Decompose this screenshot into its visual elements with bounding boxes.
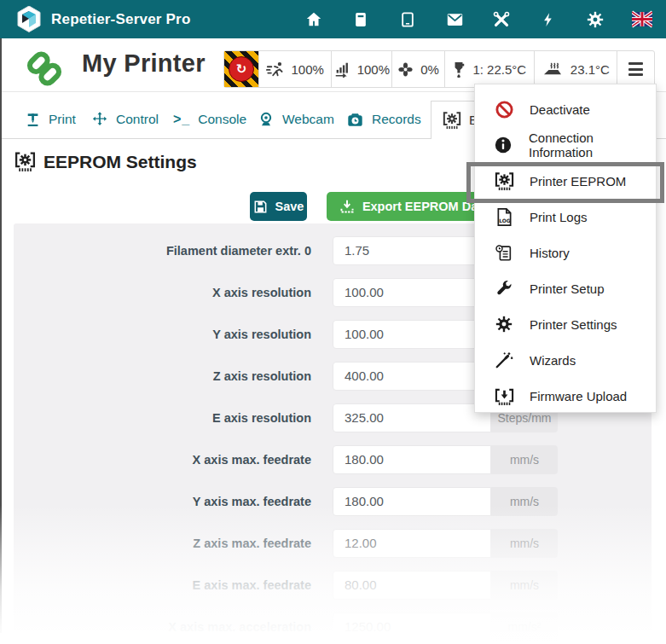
field-label-z-axis-resolution: Z axis resolution (14, 362, 311, 391)
menu-item-label: Connection Information (529, 131, 656, 160)
printer-dropdown-menu: Deactivate Connection Information (474, 84, 657, 413)
speed-runner-icon (265, 61, 284, 78)
menu-item-label: Printer EEPROM (530, 174, 626, 189)
menu-item-printer-settings[interactable]: Printer Settings (475, 306, 656, 342)
field-input-e-axis-resolution[interactable]: 325.00 (333, 403, 491, 432)
mail-icon[interactable] (444, 9, 465, 30)
field-unit: mm/s² (491, 612, 558, 641)
menu-item-label: Printer Settings (530, 317, 617, 332)
menu-item-label: History (530, 246, 570, 260)
emergency-stop-button[interactable]: ↻ (224, 51, 258, 87)
heated-bed-icon (541, 61, 564, 78)
menu-item-printer-setup[interactable]: Printer Setup (475, 270, 656, 306)
bed-temperature[interactable]: 23.1°C (534, 51, 617, 87)
floppy-save-icon (253, 200, 268, 214)
field-input-filament-diameter-extr-0[interactable]: 1.75 (333, 236, 491, 265)
tab-label: Records (372, 112, 421, 127)
fan-status[interactable]: 0% (391, 51, 444, 87)
field-input-y-axis-max-feedrate[interactable]: 180.00 (333, 487, 491, 516)
field-label-y-axis-resolution: Y axis resolution (14, 320, 311, 349)
reset-arrow-icon: ↻ (229, 56, 254, 82)
tab-label: Console (198, 112, 246, 127)
save-label: Save (275, 200, 304, 213)
printer-menu-button[interactable] (617, 51, 654, 87)
repetier-logo[interactable] (17, 6, 41, 32)
flag-en-icon[interactable] (632, 9, 652, 30)
field-label-y-axis-max-feedrate: Y axis max. feedrate (14, 487, 311, 516)
field-unit: mm/s (491, 571, 558, 600)
menu-item-label: Wizards (530, 353, 576, 368)
extruder-temp-value: 1: 22.5°C (472, 62, 526, 77)
printer-box-icon[interactable] (350, 9, 371, 30)
tab-console[interactable]: >_ Console (173, 101, 246, 138)
field-input-x-axis-resolution[interactable]: 100.00 (333, 278, 491, 307)
printer-icon (26, 112, 41, 128)
field-unit: mm/s (491, 487, 558, 516)
tablet-icon[interactable] (397, 9, 418, 30)
field-unit: mm/s (491, 529, 558, 558)
field-label-x-axis-resolution: X axis resolution (14, 278, 311, 307)
menu-item-label: Deactivate (530, 102, 590, 117)
field-input-e-axis-max-feedrate[interactable]: 80.00 (333, 571, 491, 600)
menu-item-wizards[interactable]: Wizards (475, 342, 656, 378)
menu-item-firmware-upload[interactable]: Firmware Upload (475, 378, 656, 414)
tab-webcam[interactable]: Webcam (258, 101, 334, 138)
field-input-x-axis-max-acceleration[interactable]: 1250.00 (333, 612, 491, 641)
move-arrows-icon (91, 111, 108, 128)
tab-records[interactable]: Records (346, 101, 421, 138)
field-label-z-axis-max-feedrate: Z axis max. feedrate (14, 529, 311, 558)
app-title: Repetier-Server Pro (51, 11, 190, 28)
magic-wand-icon (493, 351, 515, 369)
hamburger-icon (628, 62, 643, 76)
bolt-icon[interactable] (538, 9, 559, 30)
menu-item-deactivate[interactable]: Deactivate (475, 91, 656, 127)
menu-item-label: Print Logs (530, 210, 588, 224)
field-input-y-axis-resolution[interactable]: 100.00 (333, 320, 491, 349)
field-input-z-axis-resolution[interactable]: 400.00 (333, 362, 491, 391)
tab-control[interactable]: Control (91, 101, 159, 138)
menu-item-print-logs[interactable]: LOG Print Logs (475, 199, 656, 235)
tab-print[interactable]: Print (26, 101, 76, 138)
firmware-upload-icon (493, 386, 515, 406)
eeprom-row: E axis max. feedrate 80.00 mm/s (14, 571, 652, 600)
save-button[interactable]: Save (250, 192, 307, 221)
wrench-icon (493, 279, 515, 298)
printer-link-icon (24, 49, 65, 88)
eeprom-row: Z axis max. feedrate 12.00 mm/s (14, 529, 652, 558)
download-icon (339, 199, 355, 214)
field-label-x-axis-max-feedrate: X axis max. feedrate (14, 445, 311, 474)
page-title: EEPROM Settings (14, 151, 197, 172)
fan-value: 0% (420, 62, 439, 77)
menu-item-printer-eeprom[interactable]: Printer EEPROM (475, 163, 656, 199)
field-input-x-axis-max-feedrate[interactable]: 180.00 (333, 445, 491, 474)
log-file-icon: LOG (493, 207, 515, 227)
menu-item-connection-information[interactable]: Connection Information (475, 127, 656, 163)
eeprom-row: X axis max. acceleration 1250.00 mm/s² (14, 612, 652, 641)
tab-label: Webcam (282, 112, 334, 127)
eeprom-chip-icon (493, 171, 515, 191)
bed-temp-value: 23.1°C (570, 62, 610, 77)
eeprom-row: Y axis max. feedrate 180.00 mm/s (14, 487, 652, 516)
flow-bars-icon (333, 61, 350, 78)
flow-multiplier[interactable]: 100% (331, 51, 392, 87)
menu-item-history[interactable]: History (475, 235, 656, 270)
video-camera-icon (346, 112, 364, 128)
flow-value: 100% (357, 62, 390, 77)
export-label: Export EEPROM Data (362, 200, 489, 213)
svg-text:LOG: LOG (499, 218, 511, 223)
terminal-icon: >_ (173, 112, 190, 127)
home-icon[interactable] (304, 9, 324, 30)
field-label-e-axis-max-feedrate: E axis max. feedrate (14, 571, 311, 600)
field-input-z-axis-max-feedrate[interactable]: 12.00 (333, 529, 491, 558)
speed-multiplier[interactable]: 100% (258, 51, 331, 87)
extruder-nozzle-icon (452, 61, 466, 78)
eeprom-chip-icon (14, 151, 37, 172)
speed-value: 100% (291, 62, 323, 77)
printer-status-bar: ↻ 100% 100% (223, 50, 655, 88)
menu-item-label: Printer Setup (530, 281, 605, 296)
tab-label: Control (116, 112, 159, 127)
extruder-temperature[interactable]: 1: 22.5°C (444, 51, 534, 87)
printer-name: My Printer (82, 49, 206, 78)
crossed-tools-icon[interactable] (491, 9, 512, 30)
gear-icon[interactable] (585, 9, 605, 30)
